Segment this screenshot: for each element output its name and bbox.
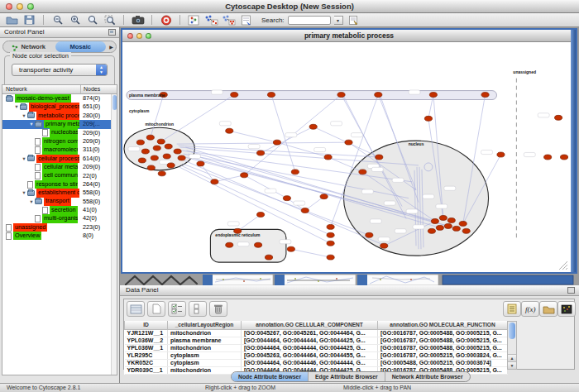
- network-view-window[interactable]: primary metabolic process plasma membran…: [121, 28, 577, 274]
- network-node[interactable]: [174, 149, 181, 154]
- network-node[interactable]: [366, 232, 373, 237]
- network-node[interactable]: [459, 221, 467, 226]
- tree-row[interactable]: nitrogen compo209(0): [2, 137, 117, 146]
- tab-edge-attribute-browser[interactable]: Edge Attribute Browser: [309, 372, 385, 381]
- network-node[interactable]: [375, 93, 382, 98]
- table-row[interactable]: YPL036W__1mitochondrion[GO:0044464, GO:0…: [125, 344, 508, 351]
- network-node[interactable]: [376, 155, 383, 160]
- network-node[interactable]: [497, 152, 505, 157]
- expand-arrow-icon[interactable]: ▼: [21, 112, 27, 120]
- tab-scroll-right-icon[interactable]: ▶: [107, 44, 116, 50]
- attribute-list-icon[interactable]: [503, 301, 521, 317]
- tree-row[interactable]: cellular metabo209(0): [2, 163, 117, 171]
- network-node[interactable]: [424, 116, 432, 121]
- network-node[interactable]: [165, 144, 172, 149]
- network-node[interactable]: [291, 170, 299, 174]
- network-node[interactable]: [327, 224, 334, 229]
- attribute-matrix-icon[interactable]: [557, 301, 576, 317]
- network-node[interactable]: [436, 225, 443, 230]
- network-node[interactable]: [157, 139, 165, 144]
- network-node[interactable]: [380, 243, 388, 248]
- tree-row[interactable]: unassigned223(0): [2, 223, 117, 232]
- tree-row[interactable]: ▼cellular process614(0): [2, 155, 117, 163]
- snapshot-icon[interactable]: [131, 14, 145, 26]
- network-node[interactable]: [265, 255, 272, 260]
- network-canvas[interactable]: plasma membranecytoplasmmitochondrionnuc…: [122, 42, 571, 272]
- scroll-up-icon[interactable]: ▲: [508, 354, 516, 361]
- network-node[interactable]: [197, 161, 204, 166]
- tree-row[interactable]: ▼establishment of lo558(0): [2, 189, 117, 197]
- network-node[interactable]: [320, 194, 328, 199]
- network-node[interactable]: [257, 151, 265, 155]
- network-node[interactable]: [337, 93, 345, 98]
- import-attributes-icon[interactable]: [539, 301, 557, 317]
- network-node[interactable]: [283, 196, 290, 201]
- network-node[interactable]: [555, 115, 562, 120]
- expand-arrow-icon[interactable]: ▼: [21, 155, 27, 163]
- network-node[interactable]: [327, 232, 334, 237]
- table-column-header[interactable]: ID: [125, 321, 168, 329]
- network-node[interactable]: [138, 158, 146, 163]
- annotation-icon[interactable]: [347, 14, 361, 26]
- node-color-dropdown[interactable]: transporter activity ▲▼: [12, 64, 108, 76]
- tree-row[interactable]: cell communicat22(0): [2, 172, 117, 180]
- close-button[interactable]: [6, 3, 12, 10]
- new-attribute-icon[interactable]: [147, 301, 165, 317]
- data-panel-float-icon[interactable]: [567, 287, 575, 294]
- network-node[interactable]: [226, 242, 233, 247]
- network-node[interactable]: [136, 140, 144, 145]
- network-node[interactable]: [163, 154, 170, 159]
- tree-row[interactable]: ▼biological_process651(0): [2, 103, 117, 111]
- attribute-table-icon[interactable]: [127, 301, 145, 317]
- tree-row[interactable]: response to stimulu264(0): [2, 180, 117, 189]
- table-column-header[interactable]: annotation.GO MOLECULAR_FUNCTION: [378, 321, 508, 329]
- expand-arrow-icon[interactable]: ▼: [13, 103, 20, 111]
- tree-row[interactable]: nucleobase-c209(0): [2, 129, 117, 137]
- network-node[interactable]: [462, 228, 470, 233]
- network-node[interactable]: [255, 242, 262, 247]
- network-node[interactable]: [544, 155, 552, 160]
- expand-arrow-icon[interactable]: ▼: [28, 198, 35, 206]
- network-node[interactable]: [444, 223, 452, 228]
- network-node[interactable]: [452, 226, 460, 231]
- network-node[interactable]: [211, 179, 218, 184]
- network-node[interactable]: [147, 165, 155, 170]
- search-input[interactable]: [288, 16, 331, 25]
- network-node[interactable]: [167, 163, 175, 168]
- network-node[interactable]: [287, 246, 294, 251]
- network-node[interactable]: [327, 241, 334, 246]
- expand-arrow-icon[interactable]: ▼: [21, 189, 27, 197]
- attribute-columns-icon[interactable]: [189, 301, 207, 317]
- select-attributes-icon[interactable]: [168, 301, 186, 317]
- tab-network[interactable]: Network: [3, 41, 55, 52]
- zoom-out-icon[interactable]: [50, 14, 65, 26]
- network-window-minimize-button[interactable]: [136, 33, 142, 39]
- network-node[interactable]: [327, 255, 334, 260]
- tree-row[interactable]: ▼primary metabo209(...: [2, 120, 117, 128]
- expand-arrow-icon[interactable]: ▼: [28, 120, 35, 128]
- network-node[interactable]: [301, 208, 309, 213]
- window-resize-grip[interactable]: [566, 268, 567, 270]
- formula-icon[interactable]: f(x): [521, 301, 539, 317]
- tree-row[interactable]: secretion41(0): [2, 206, 117, 214]
- tab-mosaic[interactable]: Mosaic: [55, 41, 107, 52]
- network-node[interactable]: [151, 155, 158, 160]
- help-icon[interactable]: [159, 14, 173, 26]
- network-node[interactable]: [324, 155, 332, 160]
- table-column-header[interactable]: annotation.GO CELLULAR_COMPONENT: [242, 321, 378, 329]
- delete-attribute-icon[interactable]: [209, 301, 227, 317]
- network-node[interactable]: [273, 140, 280, 145]
- network-node[interactable]: [431, 218, 438, 223]
- new-network-from-selection-1-icon[interactable]: [204, 14, 218, 26]
- zoom-in-icon[interactable]: [68, 14, 82, 26]
- new-network-from-selection-2-icon[interactable]: [222, 14, 236, 26]
- network-node[interactable]: [231, 93, 238, 98]
- network-node[interactable]: [447, 218, 455, 222]
- save-session-icon[interactable]: [22, 14, 36, 26]
- network-window-close-button[interactable]: [127, 33, 133, 39]
- tree-scrollbar[interactable]: [111, 94, 117, 375]
- network-node[interactable]: [158, 171, 165, 176]
- network-node[interactable]: [345, 140, 352, 145]
- tree-row[interactable]: Overview8(0): [2, 232, 117, 240]
- network-node[interactable]: [241, 173, 248, 178]
